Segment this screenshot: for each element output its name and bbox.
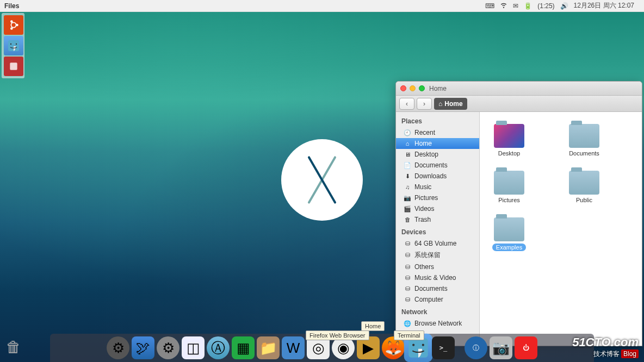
svg-point-9 <box>412 344 414 346</box>
disk-icon: ⛁ <box>404 285 411 292</box>
home-icon: ⌂ <box>438 100 442 108</box>
video-icon: 🎬 <box>404 205 411 213</box>
dock-appstore[interactable]: Ⓐ <box>207 336 230 359</box>
files-window: Home ‹ › ⌂ Home Places 🕘Recent⌂Home🖥Desk… <box>395 81 642 346</box>
folder-label: Examples <box>492 244 526 251</box>
dock-thunderbird[interactable]: 🕊 <box>132 336 154 359</box>
trash-icon[interactable]: 🗑 <box>4 336 23 358</box>
sidebar-item-label: Computer <box>414 296 443 303</box>
music-icon: ♫ <box>404 184 411 190</box>
back-button[interactable]: ‹ <box>399 98 414 110</box>
svg-point-1 <box>16 24 18 27</box>
disk-icon: ⛁ <box>404 240 411 247</box>
launcher-ubuntu[interactable] <box>4 15 23 35</box>
dock-settings[interactable]: ⚙ <box>107 336 129 359</box>
sidebar-item-label: Desktop <box>414 151 438 158</box>
folder-label: Public <box>576 197 592 203</box>
sidebar-places-pictures[interactable]: 📷Pictures <box>396 192 479 203</box>
sidebar-devices-系统保留[interactable]: ⛁系统保留 <box>396 249 479 261</box>
folder-pictures[interactable]: Pictures <box>485 167 533 203</box>
dock-writer[interactable]: W <box>282 336 305 359</box>
dock-camera[interactable]: 📷 <box>490 336 512 359</box>
sidebar-places-music[interactable]: ♫Music <box>396 182 479 192</box>
sidebar-places-home[interactable]: ⌂Home <box>396 138 479 149</box>
watermark-sub: 技术博客 <box>593 350 620 358</box>
battery-icon[interactable]: 🔋 <box>524 2 532 10</box>
window-titlebar[interactable]: Home <box>396 82 642 96</box>
sidebar-places-documents[interactable]: 📄Documents <box>396 160 479 171</box>
wifi-icon[interactable] <box>500 1 507 10</box>
watermark: 51CTO.com 技术博客 Blog <box>572 335 639 359</box>
sidebar-places-downloads[interactable]: ⬇Downloads <box>396 171 479 182</box>
desktop[interactable]: 🗑 Home ‹ › ⌂ Home Places 🕘Recent⌂Home🖥De… <box>0 12 644 362</box>
tooltip-firefox: Firefox Web Browser <box>306 330 369 340</box>
breadcrumb-home[interactable]: ⌂ Home <box>434 98 467 110</box>
window-toolbar: ‹ › ⌂ Home <box>396 96 642 112</box>
svg-point-0 <box>11 22 16 27</box>
folder-icon <box>494 124 524 148</box>
app-menu[interactable]: Files <box>4 2 19 10</box>
svg-point-5 <box>10 43 11 45</box>
sidebar-devices-music-&-video[interactable]: ⛁Music & Video <box>396 272 479 283</box>
breadcrumb-label: Home <box>444 100 462 108</box>
sidebar-places-videos[interactable]: 🎬Videos <box>396 203 479 214</box>
launcher-app[interactable] <box>4 57 23 76</box>
disk-icon: ⛁ <box>404 274 411 282</box>
home-icon: ⌂ <box>404 140 411 147</box>
trash-icon: 🗑 <box>404 216 411 223</box>
dock-green[interactable]: ▦ <box>232 336 255 359</box>
sidebar-places-recent[interactable]: 🕘Recent <box>396 127 479 138</box>
places-header: Places <box>396 114 479 127</box>
volume-icon[interactable]: 🔊 <box>560 2 568 10</box>
sidebar-places-desktop[interactable]: 🖥Desktop <box>396 149 479 160</box>
dock-virtualbox[interactable]: ◫ <box>182 336 205 359</box>
folder-icon <box>569 124 599 148</box>
close-button[interactable] <box>400 85 406 91</box>
sidebar-devices-documents[interactable]: ⛁Documents <box>396 283 479 294</box>
sidebar-devices-others[interactable]: ⛁Others <box>396 261 479 272</box>
svg-point-2 <box>10 20 13 23</box>
window-title: Home <box>429 85 447 92</box>
keyboard-icon[interactable]: ⌨ <box>485 2 494 10</box>
minimize-button[interactable] <box>410 85 416 91</box>
dock-files[interactable]: 📁 <box>257 336 280 359</box>
sidebar-item-label: Recent <box>414 129 435 136</box>
dock-power[interactable]: ⏻ <box>515 336 537 359</box>
launcher-finder[interactable] <box>4 36 23 55</box>
folder-icon <box>494 171 524 195</box>
download-icon: ⬇ <box>404 173 411 180</box>
disk-icon: ⛁ <box>404 252 411 259</box>
svg-point-10 <box>422 344 424 346</box>
folder-content[interactable]: DesktopDocumentsPicturesPublicExamples <box>480 112 642 346</box>
sidebar-item-label: Documents <box>414 285 448 292</box>
maximize-button[interactable] <box>419 85 425 91</box>
forward-button[interactable]: › <box>417 98 432 110</box>
desktop-icon: 🖥 <box>404 151 411 158</box>
sidebar: Places 🕘Recent⌂Home🖥Desktop📄Documents⬇Do… <box>396 112 480 346</box>
battery-text: (1:25) <box>537 2 554 10</box>
sidebar-devices-computer[interactable]: ⛁Computer <box>396 294 479 305</box>
sidebar-item-label: 系统保留 <box>414 251 441 260</box>
clock-icon: 🕘 <box>404 129 411 136</box>
sidebar-places-trash[interactable]: 🗑Trash <box>396 214 479 225</box>
sidebar-network-browse-network[interactable]: 🌐Browse Network <box>396 318 479 329</box>
mail-icon[interactable]: ✉ <box>513 2 518 10</box>
watermark-main: 51CTO.com <box>572 335 639 349</box>
date-time[interactable]: 12月26日 周六 12:07 <box>574 1 634 10</box>
folder-desktop[interactable]: Desktop <box>485 121 533 157</box>
dock-help[interactable]: ⓘ <box>465 336 487 359</box>
sidebar-item-label: Pictures <box>414 194 438 202</box>
sidebar-item-label: Downloads <box>414 172 447 180</box>
devices-header: Devices <box>396 225 479 238</box>
folder-documents[interactable]: Documents <box>560 121 608 157</box>
sidebar-item-label: Browse Network <box>414 320 462 327</box>
menubar: Files ⌨ ✉ 🔋 (1:25) 🔊 12月26日 周六 12:07 <box>0 0 644 12</box>
folder-public[interactable]: Public <box>560 167 608 203</box>
dock-gear[interactable]: ⚙ <box>157 336 179 359</box>
dock-terminal[interactable]: >_ <box>432 336 455 359</box>
folder-examples[interactable]: Examples <box>485 214 533 251</box>
osx-logo <box>281 139 363 221</box>
disk-icon: ⛁ <box>404 264 411 271</box>
sidebar-devices-64-gb-volume[interactable]: ⛁64 GB Volume <box>396 238 479 249</box>
svg-point-6 <box>16 43 17 45</box>
